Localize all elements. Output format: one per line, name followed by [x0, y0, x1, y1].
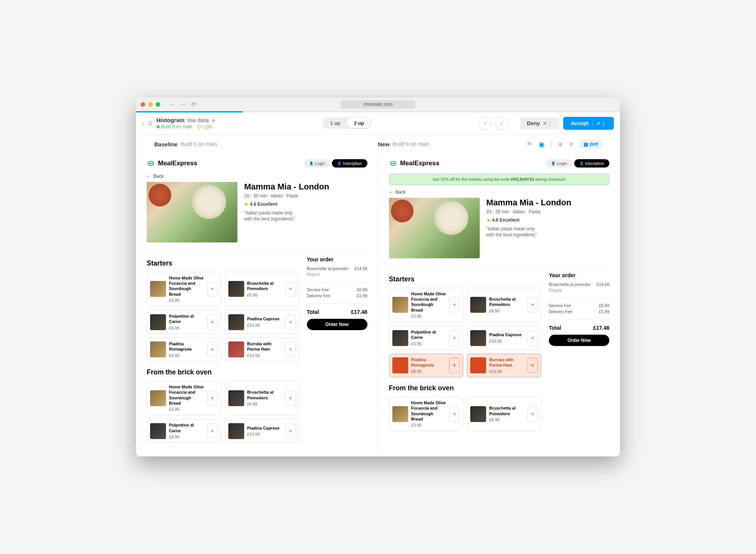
list-icon[interactable]: ☰	[148, 120, 152, 126]
restaurant-tagline: "Italian pasta made only with the best i…	[486, 226, 572, 239]
restaurant-rating: ★ 4.6 Excellent	[244, 202, 329, 207]
browser-reload-icon[interactable]: ⟳	[191, 101, 196, 108]
add-item-button[interactable]: +	[449, 358, 460, 373]
restaurant-tagline: "Italian pasta made only with the best i…	[244, 210, 329, 223]
food-thumb	[470, 330, 486, 346]
collapse-icon[interactable]: ‹	[142, 120, 144, 126]
restaurant-meta: 20 - 35 min · Italian · Pasta	[486, 209, 572, 214]
prev-story-button[interactable]: ‹	[479, 117, 491, 130]
food-thumb	[470, 357, 486, 373]
restaurant-name: Mamma Mia - London	[244, 182, 329, 192]
focus-icon[interactable]: ▣	[539, 141, 544, 148]
app-brand: MealExpress	[389, 159, 440, 168]
restaurant-hero-image	[147, 182, 237, 242]
deny-button[interactable]: Deny ✕⋮	[520, 117, 559, 129]
hide-icon[interactable]: 👁	[527, 141, 533, 147]
diff-toggle[interactable]: ▦ Diff	[580, 140, 602, 149]
new-build: Build 9 on main	[393, 141, 429, 147]
food-thumb	[228, 390, 244, 406]
order-service-fee: Service Fee£0.99	[549, 303, 609, 308]
order-now-button[interactable]: Order Now	[307, 319, 367, 330]
section-starters: Starters	[389, 275, 542, 283]
burger-logo-icon	[389, 159, 397, 168]
baseline-pane: MealExpress 👤Login 👤Inscription ← Back M…	[136, 152, 378, 457]
food-thumb	[470, 297, 486, 313]
add-item-button[interactable]: +	[285, 281, 296, 296]
food-thumb	[392, 406, 408, 422]
add-item-button[interactable]: +	[207, 342, 218, 357]
add-item-button[interactable]: +	[207, 424, 218, 439]
food-thumb	[392, 357, 408, 373]
login-button[interactable]: 👤Login	[546, 159, 572, 168]
add-item-button[interactable]: +	[207, 315, 218, 330]
add-item-button[interactable]: +	[285, 391, 296, 406]
target-icon[interactable]: ⊕	[558, 141, 563, 148]
baseline-build: Build 5 on main	[181, 141, 217, 147]
menu-item-diff: Piadina Romagnola£9.95 +	[389, 354, 463, 377]
section-starters: Starters	[147, 259, 299, 267]
order-delivery-fee: Delivery Fee£1.99	[549, 309, 609, 314]
add-item-button[interactable]: +	[449, 297, 460, 312]
food-thumb	[150, 314, 166, 330]
add-item-button[interactable]: +	[449, 407, 460, 422]
signup-button[interactable]: 👤Inscription	[574, 159, 609, 168]
maximize-window-icon[interactable]	[156, 102, 160, 107]
add-item-button[interactable]: +	[207, 281, 218, 296]
story-title: Histogram: low data ⊖	[156, 117, 216, 123]
view-1up-button[interactable]: 1 up	[323, 118, 347, 128]
menu-item: Piadina Caprese£10.50 +	[225, 310, 299, 334]
star-icon: ★	[244, 202, 248, 207]
signup-button[interactable]: 👤Inscription	[332, 159, 367, 168]
browser-back-icon[interactable]: ←	[169, 101, 175, 108]
menu-item: Piadina Caprese£10.50 +	[467, 326, 541, 350]
close-window-icon[interactable]	[141, 102, 145, 107]
section-brick-oven: From the brick oven	[389, 384, 542, 392]
order-line-item: Bruschetta al pomodor£14.50	[307, 266, 367, 271]
menu-item: Bruschetta al Pomodoro£6.95 +	[467, 288, 541, 322]
add-item-button[interactable]: +	[285, 342, 296, 357]
add-item-button[interactable]: +	[449, 331, 460, 346]
back-link[interactable]: ← Back	[389, 189, 610, 195]
restaurant-hero-image	[389, 198, 480, 258]
menu-item: Bruschetta al Pomodoro£6.95 +	[225, 381, 299, 415]
add-item-button[interactable]: +	[527, 358, 538, 373]
story-menu-icon[interactable]: ⊖	[212, 118, 215, 123]
view-2up-button[interactable]: 2 up	[347, 118, 371, 128]
login-button[interactable]: 👤Login	[304, 159, 330, 168]
add-item-button[interactable]: +	[285, 424, 296, 439]
add-item-button[interactable]: +	[285, 315, 296, 330]
menu-item: Home Made Olive Focaccia and Sourdough B…	[147, 381, 221, 415]
next-story-button[interactable]: ›	[495, 117, 508, 130]
menu-item: Polpettine di Carne£9.95 +	[389, 326, 463, 350]
address-bar[interactable]: chromatic.com	[341, 100, 415, 109]
food-thumb	[228, 423, 244, 439]
restaurant-meta: 20 - 35 min · Italian · Pasta	[244, 193, 329, 199]
add-item-button[interactable]: +	[527, 407, 538, 422]
add-item-button[interactable]: +	[207, 391, 218, 406]
add-item-button[interactable]: +	[527, 297, 538, 312]
menu-item: Piadina Romagnola£9.95 +	[147, 338, 221, 362]
arrow-left-icon: ←	[389, 189, 393, 195]
food-thumb	[470, 406, 486, 422]
menu-item: Bruschetta al Pomodoro£6.95 +	[467, 397, 541, 431]
food-thumb	[392, 297, 408, 313]
strike-icon[interactable]: ✕	[569, 141, 574, 148]
browser-forward-icon[interactable]: →	[180, 101, 186, 108]
order-variant: Regular	[549, 288, 609, 292]
back-link[interactable]: ← Back	[147, 174, 367, 179]
minimize-window-icon[interactable]	[148, 102, 153, 107]
star-icon: ★	[486, 217, 491, 223]
food-thumb	[228, 314, 244, 330]
section-brick-oven: From the brick oven	[147, 368, 299, 376]
story-meta: Build 9 on main Light	[156, 124, 216, 129]
menu-item: Bruschetta al Pomodoro£6.95 +	[225, 272, 299, 306]
order-now-button[interactable]: Order Now	[549, 335, 609, 346]
promo-banner: Get 15% off for the holiday using the co…	[389, 174, 610, 185]
new-label: New	[378, 141, 390, 147]
accept-button[interactable]: Accept ✓⋮	[563, 117, 614, 130]
burger-logo-icon	[147, 159, 155, 168]
deny-x-icon: ✕⋮	[543, 120, 553, 126]
food-thumb	[228, 341, 244, 357]
food-thumb	[228, 281, 244, 297]
add-item-button[interactable]: +	[527, 331, 538, 346]
